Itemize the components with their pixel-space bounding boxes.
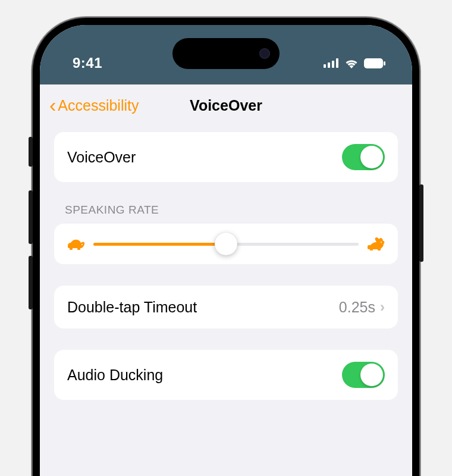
row-value: 0.25s bbox=[339, 299, 375, 316]
power-button bbox=[419, 184, 423, 262]
row-label: Double-tap Timeout bbox=[67, 299, 197, 316]
svg-rect-1 bbox=[328, 62, 330, 68]
cellular-icon bbox=[324, 58, 339, 68]
slider-fill bbox=[93, 243, 226, 246]
nav-bar: ‹ Accessibility VoiceOver bbox=[40, 84, 412, 126]
group-speaking-rate: SPEAKING RATE bbox=[54, 203, 398, 264]
svg-rect-2 bbox=[332, 61, 334, 68]
settings-content: ‹ Accessibility VoiceOver VoiceOver bbox=[40, 84, 412, 476]
row-voiceover[interactable]: VoiceOver bbox=[54, 132, 398, 182]
back-label: Accessibility bbox=[58, 97, 139, 114]
phone-body: 9:41 bbox=[33, 18, 419, 476]
screen: 9:41 bbox=[40, 25, 412, 476]
back-button[interactable]: ‹ Accessibility bbox=[49, 97, 139, 114]
voiceover-toggle[interactable] bbox=[342, 144, 385, 170]
chevron-right-icon: › bbox=[380, 299, 385, 315]
status-icons bbox=[324, 58, 385, 68]
chevron-left-icon: ‹ bbox=[49, 97, 56, 113]
device-frame: 9:41 bbox=[0, 0, 452, 476]
toggle-knob bbox=[360, 364, 383, 386]
turtle-icon bbox=[67, 237, 85, 250]
audio-ducking-toggle[interactable] bbox=[342, 362, 385, 388]
svg-rect-4 bbox=[364, 58, 383, 68]
silence-switch bbox=[29, 137, 33, 167]
volume-down-button bbox=[29, 256, 33, 309]
group-double-tap: Double-tap Timeout 0.25s › bbox=[54, 286, 398, 328]
svg-rect-5 bbox=[384, 61, 385, 65]
row-label: VoiceOver bbox=[67, 149, 136, 166]
toggle-knob bbox=[360, 146, 383, 168]
group-voiceover-toggle: VoiceOver bbox=[54, 132, 398, 182]
slider-thumb[interactable] bbox=[215, 233, 237, 255]
wifi-icon bbox=[344, 58, 359, 68]
dynamic-island bbox=[172, 38, 280, 69]
status-time: 9:41 bbox=[73, 55, 102, 71]
rabbit-icon bbox=[367, 237, 385, 251]
row-audio-ducking[interactable]: Audio Ducking bbox=[54, 350, 398, 400]
row-speaking-rate bbox=[54, 224, 398, 264]
front-camera bbox=[259, 48, 270, 59]
svg-rect-0 bbox=[324, 64, 326, 68]
row-label: Audio Ducking bbox=[67, 367, 163, 384]
volume-up-button bbox=[29, 190, 33, 244]
settings-list: VoiceOver SPEAKING RATE bbox=[40, 126, 412, 400]
group-audio-ducking: Audio Ducking bbox=[54, 350, 398, 400]
row-double-tap-timeout[interactable]: Double-tap Timeout 0.25s › bbox=[54, 286, 398, 328]
group-header: SPEAKING RATE bbox=[54, 203, 398, 224]
battery-icon bbox=[364, 58, 385, 68]
page-title: VoiceOver bbox=[190, 97, 262, 114]
svg-rect-3 bbox=[336, 58, 338, 68]
speaking-rate-slider[interactable] bbox=[93, 243, 359, 246]
